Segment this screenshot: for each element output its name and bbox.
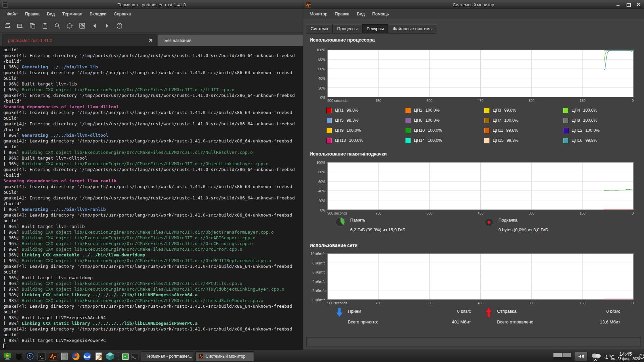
terminal-tab-portmaster[interactable]: portmaster: rust-1.41.0	[2, 34, 157, 46]
help-icon[interactable]: ?	[114, 21, 124, 31]
cpu-color-swatch[interactable]	[326, 108, 332, 113]
cpu-color-swatch[interactable]	[484, 138, 490, 143]
power-icon[interactable]	[639, 354, 644, 359]
terminal-tabbar: portmaster: rust-1.41.0 Без названия	[0, 33, 303, 46]
terminal-line: build'	[3, 189, 303, 195]
axis-tick-label: 900 seconds	[327, 301, 347, 305]
cpu-color-swatch[interactable]	[405, 128, 411, 133]
cpu-color-swatch[interactable]	[326, 118, 332, 123]
task-button-terminal[interactable]: Терминал - portmaster...	[141, 351, 194, 361]
cpu-color-swatch[interactable]	[326, 138, 332, 143]
monitor-tab-1[interactable]: Процессы	[332, 24, 362, 34]
back-arrow-icon[interactable]	[89, 21, 100, 31]
clock[interactable]: 14:45 вс., 23 февр. 2020	[611, 351, 640, 361]
cpu-legend-item-8: ЦП8100,0%	[563, 118, 642, 123]
forward-arrow-icon[interactable]	[102, 21, 112, 31]
launcher-package-manager-icon[interactable]	[105, 352, 115, 361]
launcher-text-editor-icon[interactable]	[94, 352, 103, 361]
memory-x-axis: 900 seconds7506004503001500	[327, 211, 634, 216]
preferences-icon[interactable]	[77, 21, 87, 31]
cpu-legend-item-13: ЦП13100,0%	[326, 138, 405, 143]
volume-button[interactable]	[574, 352, 588, 361]
terminal-output[interactable]: build'gmake[4]: Entering directory '/tmp…	[0, 46, 303, 350]
axis-tick-label: 600	[427, 99, 433, 103]
terminal-line: [ 96%] Generating ../../bin/llvm-dlltool	[3, 132, 303, 138]
monitor-tab-3[interactable]: Файловые системы	[388, 24, 437, 34]
cpu-color-swatch[interactable]	[563, 128, 569, 133]
launcher-freebsd-daemon-icon[interactable]	[14, 352, 23, 361]
launcher-system-monitor-icon[interactable]	[48, 352, 58, 361]
launcher-screen-lock-icon[interactable]	[3, 352, 12, 361]
workspace-2[interactable]	[562, 353, 571, 357]
launcher-terminal-icon[interactable]: >_	[37, 352, 46, 361]
axis-tick-label: 20%	[318, 199, 325, 203]
workspace-1[interactable]	[553, 353, 562, 357]
cpu-color-swatch[interactable]	[326, 128, 332, 133]
terminal-line: [ 96%] Building CXX object lib/Execution…	[3, 161, 303, 167]
terminal-line: [ 98%] Building CXX object lib/Execution…	[3, 298, 303, 303]
axis-tick-label: 60%	[318, 180, 325, 184]
cpu-color-swatch[interactable]	[484, 108, 490, 113]
mini-window-terminal-icon[interactable]: >_	[131, 353, 139, 360]
terminal-menu-item-5[interactable]: Справка	[110, 10, 135, 18]
monitor-menu-item-0[interactable]: Монитор	[306, 10, 331, 18]
launcher-thunderbird-icon[interactable]	[83, 352, 92, 361]
fullscreen-icon[interactable]	[64, 21, 75, 31]
axis-tick-label: 450	[478, 99, 484, 103]
weather-snow-icon[interactable]	[590, 352, 602, 362]
terminal-tab-untitled[interactable]: Без названия	[158, 34, 304, 46]
monitor-tab-0[interactable]: Система	[306, 24, 332, 34]
terminal-line: [ 96%] Built target llvm-lib	[3, 81, 303, 87]
cpu-legend-label: ЦП3	[493, 108, 501, 113]
close-button[interactable]	[636, 2, 641, 7]
monitor-menu-item-2[interactable]: Вид	[353, 10, 369, 18]
terminal-menu-item-1[interactable]: Правка	[21, 10, 43, 18]
cpu-color-swatch[interactable]	[405, 118, 411, 123]
search-icon[interactable]	[52, 21, 62, 31]
launcher-firefox-icon[interactable]	[71, 352, 80, 361]
cpu-color-swatch[interactable]	[484, 128, 490, 133]
monitor-titlebar[interactable]: Системный монитор	[303, 0, 644, 9]
monitor-tabs: СистемаПроцессыРесурсыФайловые системы	[306, 24, 437, 34]
copy-icon[interactable]	[27, 21, 38, 31]
terminal-line: /build'	[3, 201, 303, 206]
terminal-line: [ 96%] Building CXX object lib/Execution…	[3, 87, 303, 93]
axis-tick-label: 450	[478, 211, 484, 215]
axis-tick-label: 0%	[320, 208, 325, 212]
cpu-color-swatch[interactable]	[563, 138, 569, 143]
minimize-button[interactable]	[615, 2, 621, 7]
terminal-line: gmake[4]: Leaving directory '/tmp/ports/…	[3, 70, 303, 75]
monitor-tab-2[interactable]: Ресурсы	[362, 24, 388, 34]
terminal-menu-item-4[interactable]: Вкладки	[86, 10, 110, 18]
open-terminal-icon[interactable]	[2, 21, 13, 31]
workspace-pager[interactable]	[553, 352, 572, 361]
terminal-line: [ 96%] Generating ../../bin/llvm-ranlib	[3, 206, 303, 212]
receive-total-label: Всего принято:	[348, 319, 378, 324]
cpu-color-swatch[interactable]	[563, 118, 569, 123]
terminal-line: [ 98%] Built target LLVMExegesisPowerPC	[3, 338, 303, 343]
new-tab-icon[interactable]	[15, 21, 25, 31]
cpu-color-swatch[interactable]	[484, 118, 490, 123]
launcher-media-viewer-icon[interactable]	[25, 352, 35, 361]
monitor-menu-item-3[interactable]: Помощь	[368, 10, 392, 18]
monitor-menu-item-1[interactable]: Правка	[331, 10, 353, 18]
terminal-menu-item-2[interactable]: Вид	[43, 10, 59, 18]
cpu-legend-item-7: ЦП7100,0%	[484, 118, 563, 123]
paste-icon[interactable]	[40, 21, 50, 31]
tab-close-icon[interactable]	[148, 38, 153, 43]
terminal-menu-item-3[interactable]: Терминал	[58, 10, 86, 18]
cpu-color-swatch[interactable]	[405, 108, 411, 113]
cpu-legend-label: ЦП8	[572, 118, 580, 123]
mini-window-green-icon[interactable]	[121, 353, 129, 360]
maximize-button[interactable]	[626, 2, 631, 7]
cpu-color-swatch[interactable]	[405, 138, 411, 143]
cpu-color-swatch[interactable]	[563, 108, 569, 113]
terminal-menu-item-0[interactable]: Файл	[3, 10, 21, 18]
send-rate: 0 bits/c	[553, 309, 620, 314]
terminal-line: [ 96%] Building CXX object lib/Execution…	[3, 229, 303, 235]
launcher-file-manager-icon[interactable]	[60, 352, 69, 361]
task-button-system-monitor[interactable]: Системный монитор	[195, 351, 254, 361]
task-button-label: Терминал - portmaster...	[146, 354, 192, 359]
terminal-titlebar[interactable]: Терминал - portmaster: rust-1.41.0	[0, 0, 303, 9]
cpu-legend-value: 99,8%	[346, 108, 358, 113]
